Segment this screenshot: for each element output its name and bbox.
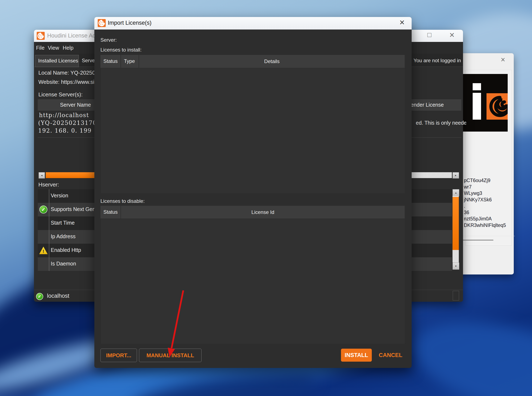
- hserver-row-label: Ip Address: [51, 233, 76, 239]
- cancel-button-label: CANCEL: [379, 352, 402, 359]
- server-id-line: (YQ-202502131700): [38, 120, 103, 126]
- scroll-right-icon: ►: [455, 174, 457, 177]
- tab-installed-licenses[interactable]: Installed Licenses: [35, 55, 79, 67]
- status-check-icon: ✓: [36, 293, 43, 300]
- scroll-left-button[interactable]: ◄: [39, 172, 45, 179]
- houdini-spiral-icon: [486, 93, 508, 120]
- key-line: 36: [464, 209, 512, 216]
- letter-i-bar: [473, 93, 481, 120]
- col-type[interactable]: Type: [121, 55, 139, 68]
- menu-view[interactable]: View: [48, 45, 59, 51]
- statusbar-grip[interactable]: [453, 291, 459, 300]
- warning-glyph: !: [42, 249, 44, 254]
- scroll-down-icon: ▼: [455, 265, 457, 267]
- hserver-row-label: Supports Next Gen: [51, 206, 95, 212]
- col-status[interactable]: Status: [100, 206, 121, 219]
- icon-column-separator: [49, 189, 49, 271]
- close-button[interactable]: ×: [399, 17, 405, 28]
- houdini-logo-icon: [98, 19, 106, 27]
- licenses-disable-label: Licenses to disable:: [100, 198, 145, 204]
- col-status[interactable]: Status: [100, 55, 121, 68]
- dialog-title: Import License(s): [108, 20, 152, 26]
- houdini-logo-square: [486, 93, 508, 120]
- dialog-titlebar[interactable]: Import License(s) ×: [94, 17, 412, 29]
- tab-label: Installed Licenses: [38, 58, 78, 64]
- check-glyph: ✓: [38, 294, 41, 299]
- manual-install-button-label: MANUAL INSTALL: [146, 352, 194, 359]
- scroll-right-button[interactable]: ►: [453, 172, 459, 179]
- key-line: WLywg3: [464, 190, 512, 197]
- close-button[interactable]: ×: [449, 30, 455, 40]
- cancel-button[interactable]: CANCEL: [376, 349, 405, 362]
- disable-table-header: Status License Id: [100, 206, 405, 219]
- server-url-line: http://localhost: [39, 112, 89, 118]
- col-label: Details: [264, 58, 279, 64]
- scroll-up-icon: ▲: [455, 192, 457, 194]
- key-line: wr7: [464, 184, 512, 190]
- col-render-license: Render License: [407, 102, 444, 108]
- install-button-label: INSTALL: [345, 352, 368, 359]
- key-line: .: [464, 203, 512, 209]
- close-icon[interactable]: ×: [501, 55, 505, 64]
- hserver-label: Hserver:: [38, 181, 59, 188]
- server-label: Server:: [100, 37, 117, 43]
- key-line: nzt55pJim0A: [464, 215, 512, 222]
- hserver-row-label: Is Daemon: [51, 261, 76, 267]
- col-label: Status: [103, 58, 118, 64]
- hserver-row-label: Start Time: [51, 220, 75, 226]
- key-line: pCT6ou4Zj9: [464, 177, 512, 184]
- disable-table-body[interactable]: [100, 219, 405, 344]
- vscrollbar-thumb[interactable]: [453, 197, 459, 250]
- import-button[interactable]: IMPORT...: [100, 349, 137, 362]
- check-glyph: ✓: [41, 207, 46, 212]
- import-button-label: IMPORT...: [106, 352, 131, 359]
- status-host-label: localhost: [47, 293, 69, 299]
- install-table-header: Status Type Details: [100, 55, 405, 68]
- col-label: Type: [124, 58, 135, 64]
- col-details[interactable]: Details: [139, 55, 405, 68]
- license-key-lines: pCT6ou4Zj9 wr7 WLywg3 jNNKy7XSk6 . 36 nz…: [464, 177, 512, 228]
- desktop: × pCT6ou4Zj9 wr7 WLywg3 jNNKy7XSk6 . 36 …: [0, 0, 532, 396]
- install-button[interactable]: INSTALL: [341, 349, 372, 362]
- menu-help[interactable]: Help: [63, 45, 73, 51]
- server-ip-line: 192. 168. 0. 199: [38, 127, 92, 134]
- key-line: jNNKy7XSk6: [464, 197, 512, 203]
- letter-i-dot: [473, 83, 481, 90]
- houdini-logo-icon: [37, 32, 45, 40]
- licenses-install-label: Licenses to install:: [100, 47, 142, 53]
- hserver-row-label: Enabled Http: [51, 247, 81, 253]
- manual-install-button[interactable]: MANUAL INSTALL: [139, 349, 201, 362]
- scroll-down-button[interactable]: ▼: [453, 262, 459, 270]
- server-note-fragment: ed. This is only neede: [416, 120, 466, 126]
- import-dialog: Import License(s) × Server: Licenses to …: [94, 17, 412, 368]
- install-table-body[interactable]: [100, 68, 405, 194]
- login-status: You are not logged in: [414, 58, 461, 64]
- col-label: License Id: [251, 209, 274, 215]
- scroll-up-button[interactable]: ▲: [453, 189, 459, 196]
- menu-file[interactable]: File: [36, 45, 44, 51]
- hserver-row-label: Version: [51, 192, 68, 199]
- maximize-button[interactable]: □: [427, 31, 431, 39]
- col-label: Status: [103, 209, 118, 215]
- key-line: DKR3whiNIFlqlteq5: [464, 222, 512, 229]
- check-icon: ✓: [39, 205, 47, 214]
- col-license-id[interactable]: License Id: [121, 206, 405, 219]
- license-servers-label: License Server(s):: [38, 91, 83, 98]
- warning-icon: !: [39, 247, 47, 254]
- scroll-left-icon: ◄: [41, 174, 43, 177]
